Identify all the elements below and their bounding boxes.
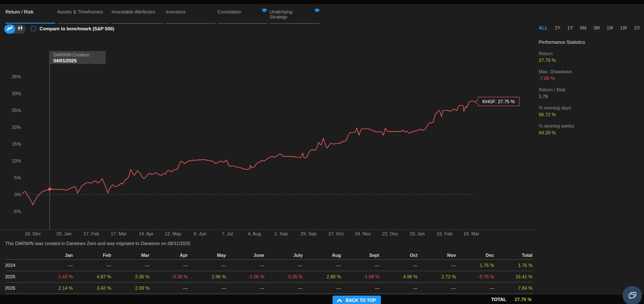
darwin-detail-page: Return / Risk Assets & Timeframes Invest…: [0, 0, 644, 304]
tab-return-risk[interactable]: Return / Risk: [5, 9, 55, 24]
total-cell: 7.84 %: [494, 282, 532, 293]
timeframe-6m[interactable]: 6M: [580, 25, 586, 30]
y-tick-label: 15%: [12, 141, 21, 147]
tab-label: Assets & Timeframes: [57, 9, 103, 14]
total-cell: 16.41 %: [494, 271, 532, 282]
tab-assets-timeframes[interactable]: Assets & Timeframes: [57, 9, 109, 24]
month-value-cell: 2.72 %: [418, 271, 456, 282]
tab-correlation[interactable]: Correlation: [218, 9, 267, 24]
returns-chart-svg: 35%30%25%20%15%10%5%0%-5%16. Dec20. Jan1…: [0, 38, 535, 238]
stat-label: Max. Drawdown: [539, 69, 641, 74]
top-black-strip: [0, 0, 644, 4]
y-tick-label: 0%: [14, 192, 21, 197]
table-corner-cell: [5, 251, 35, 259]
month-value-cell: ---: [264, 259, 303, 271]
month-value-cell: ---: [418, 259, 456, 271]
grand-total-row: TOTAL 27.75 %: [491, 295, 532, 304]
tab-underlying-strategy[interactable]: Underlying Strategy: [269, 9, 320, 24]
chat-widget-button[interactable]: [623, 286, 642, 304]
stat-value: 56.72 %: [539, 112, 641, 117]
x-tick-label: 29. Sep: [301, 231, 317, 236]
x-tick-label: 19. Jan: [410, 231, 425, 236]
column-header-may: May: [188, 251, 226, 259]
month-value-cell: -0.26 %: [149, 271, 188, 282]
month-value-cell: ---: [226, 259, 264, 271]
year-label: 2026: [5, 282, 35, 293]
stat-label: Return: [539, 51, 641, 56]
returns-chart[interactable]: 35%30%25%20%15%10%5%0%-5%16. Dec20. Jan1…: [0, 38, 535, 238]
line-chart-toggle-button[interactable]: [4, 24, 15, 34]
timeframe-1w[interactable]: 1W: [620, 25, 627, 30]
x-tick-label: 20. Jan: [56, 231, 72, 236]
x-tick-label: 9. Jun: [194, 231, 206, 236]
month-value-cell: ---: [303, 282, 341, 293]
tab-label: Underlying Strategy: [269, 9, 311, 19]
year-label: 2025: [5, 271, 35, 282]
timeframe-1y[interactable]: 1Y: [567, 25, 573, 30]
chart-type-toggle[interactable]: [4, 24, 26, 34]
candlestick-toggle-button[interactable]: [15, 24, 26, 34]
month-value-cell: ---: [111, 259, 149, 271]
right-panel: ALL2Y1Y6M3M1M1W1D Performance Statistics…: [539, 25, 641, 135]
timeframe-1d[interactable]: 1D: [634, 25, 640, 30]
x-tick-label: 14. Apr: [139, 231, 154, 236]
column-header-mar: Mar: [111, 251, 149, 259]
table-row-2025: 2025-1.62 %4.87 %2.35 %-0.26 %2.95 %-1.0…: [5, 271, 532, 282]
timeframe-all[interactable]: ALL: [539, 25, 548, 30]
candlestick-icon: [18, 25, 23, 33]
stat-return-risk: Return / Risk1.79: [539, 87, 641, 99]
stat-winning-days: % winning days56.72 %: [539, 105, 641, 117]
month-value-cell: ---: [379, 282, 418, 293]
x-tick-label: 22. Dec: [382, 231, 398, 236]
x-tick-label: 12. May: [165, 231, 181, 236]
x-tick-label: 16. Feb: [436, 231, 452, 236]
back-to-top-label: BACK TO TOP: [346, 298, 376, 303]
y-tick-label: 5%: [14, 175, 21, 180]
column-header-nov: Nov: [418, 251, 456, 259]
timeframe-2y[interactable]: 2Y: [555, 25, 560, 30]
month-value-cell: 2.35 %: [111, 271, 149, 282]
month-value-cell: -1.62 %: [35, 271, 73, 282]
month-value-cell: ---: [264, 282, 303, 293]
month-value-cell: 2.95 %: [188, 271, 226, 282]
compare-benchmark-row: Compare to benchmark (S&P 500): [31, 26, 114, 31]
timeframe-1m[interactable]: 1M: [607, 25, 613, 30]
back-to-top-button[interactable]: BACK TO TOP: [333, 296, 381, 304]
month-value-cell: ---: [341, 259, 379, 271]
returns-line-series: [22, 101, 477, 205]
month-value-cell: -1.09 %: [341, 271, 379, 282]
total-cell: 1.76 %: [494, 259, 532, 271]
migration-note: This DARWIN was created in Darwinex Zero…: [5, 241, 190, 246]
month-value-cell: 2.09 %: [111, 282, 149, 293]
darwin-creation-tooltip: DARWIN Creation: 04/01/2025: [50, 51, 106, 64]
x-tick-label: 16. Mar: [463, 231, 479, 236]
tab-investable-attributes[interactable]: Investable Attributes: [112, 9, 164, 24]
month-value-cell: 3.42 %: [73, 282, 111, 293]
y-tick-label: 25%: [12, 108, 21, 113]
compare-benchmark-checkbox[interactable]: [31, 26, 36, 31]
stat-label: % winning days: [539, 105, 641, 110]
tab-label: Investors: [166, 9, 186, 14]
stat-label: % winning weeks: [539, 123, 641, 128]
stat-value: -7.00 %: [539, 76, 641, 81]
x-tick-label: 4. Aug: [247, 231, 261, 236]
month-value-cell: -0.75 %: [456, 271, 494, 282]
column-header-dec: Dec: [456, 251, 494, 259]
footer-strip: BACK TO TOP TOTAL 27.75 %: [0, 295, 644, 304]
y-tick-label: 30%: [12, 91, 21, 96]
stat-value: 27.75 %: [539, 58, 641, 63]
graduation-cap-icon: [314, 8, 320, 14]
month-value-cell: ---: [188, 259, 226, 271]
tab-label: Correlation: [218, 9, 241, 14]
tab-investors[interactable]: Investors: [166, 9, 216, 24]
stat-return: Return27.75 %: [539, 51, 641, 63]
month-value-cell: ---: [418, 282, 456, 293]
timeframe-3m[interactable]: 3M: [593, 25, 599, 30]
performance-stats-list: Return27.75 %Max. Drawdown-7.00 %Return …: [539, 51, 641, 135]
month-value-cell: ---: [341, 282, 379, 293]
creation-tooltip-title: DARWIN Creation:: [53, 52, 102, 58]
column-header-feb: Feb: [73, 251, 111, 259]
y-tick-label: 35%: [12, 74, 21, 79]
stat-max-drawdown: Max. Drawdown-7.00 %: [539, 69, 641, 81]
month-value-cell: ---: [226, 282, 264, 293]
